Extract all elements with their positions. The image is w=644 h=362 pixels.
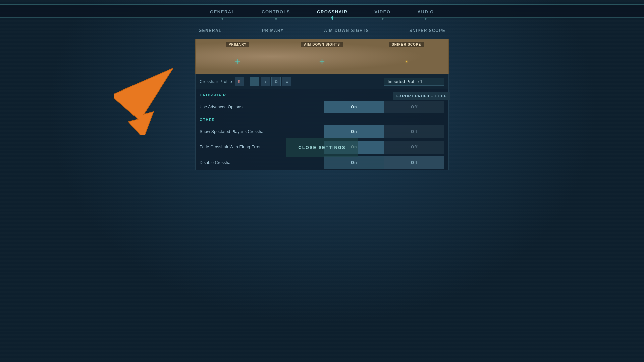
- profile-list-button[interactable]: ≡: [282, 77, 291, 86]
- crosshair-plus-aim-down-sights: [320, 59, 324, 64]
- preview-section-sniper-scope: SNIPER SCOPE: [364, 39, 448, 74]
- nav-tab-dot-audio: [425, 18, 427, 20]
- use-advanced-options-row: Use Advanced Options On Off: [196, 99, 448, 114]
- close-settings-button[interactable]: CLOSE SETTINGS: [286, 138, 358, 157]
- profile-row: Crosshair Profile 🗑 ↑ ↓ ⧉ ≡ EXPORT PROFI…: [196, 74, 448, 89]
- nav-tab-dot-general: [222, 18, 223, 20]
- delete-profile-button[interactable]: 🗑: [235, 77, 244, 86]
- copy-profile-button[interactable]: ⧉: [271, 77, 281, 86]
- export-profile-button[interactable]: ↑: [250, 77, 259, 86]
- preview-label-primary: PRIMARY: [226, 42, 249, 47]
- nav-tab-video[interactable]: VIDEO: [375, 9, 391, 18]
- use-advanced-options-label: Use Advanced Options: [200, 105, 324, 109]
- export-tooltip: EXPORT PROFILE CODE: [393, 92, 450, 100]
- use-advanced-options-toggle: On Off: [324, 101, 444, 113]
- preview-section-aim-down-sights: AIM DOWN SIGHTS: [280, 39, 365, 74]
- profile-label: Crosshair Profile: [200, 79, 232, 84]
- secondary-nav-bar: GENERALPRIMARYAIM DOWN SIGHTSSNIPER SCOP…: [0, 22, 644, 39]
- nav-tab-dot-video: [382, 18, 383, 20]
- secondary-tab-primary[interactable]: PRIMARY: [262, 27, 284, 34]
- nav-tab-general[interactable]: GENERAL: [210, 9, 235, 18]
- preview-section-primary: PRIMARY: [196, 39, 280, 74]
- secondary-tab-sniper-scope[interactable]: SNIPER SCOPE: [409, 27, 445, 34]
- use-advanced-options-off[interactable]: Off: [384, 101, 444, 113]
- nav-tab-audio[interactable]: AUDIO: [418, 9, 434, 18]
- nav-tab-crosshair[interactable]: CROSSHAIR: [317, 9, 348, 18]
- other-section-header: OTHER: [196, 114, 448, 124]
- nav-tab-dot-crosshair: [331, 18, 333, 20]
- disable-crosshair-off[interactable]: Off: [384, 156, 444, 169]
- preview-label-sniper-scope: SNIPER SCOPE: [389, 42, 424, 47]
- import-profile-button[interactable]: ↓: [261, 77, 270, 86]
- crosshair-container-sniper-scope: [364, 50, 448, 74]
- disable-crosshair-toggle: On Off: [324, 156, 444, 169]
- fade-crosshair-off[interactable]: Off: [384, 141, 444, 154]
- disable-crosshair-on[interactable]: On: [324, 156, 384, 169]
- nav-tab-dot-controls: [275, 18, 277, 20]
- divider: [247, 78, 247, 86]
- profile-select-wrapper: Imported Profile 1 Default Profile Profi…: [294, 78, 444, 86]
- top-navigation: [0, 0, 644, 5]
- secondary-tab-aim-down-sights[interactable]: AIM DOWN SIGHTS: [324, 27, 369, 34]
- show-spectated-label: Show Spectated Player's Crosshair: [200, 129, 324, 134]
- secondary-tab-general[interactable]: GENERAL: [199, 27, 222, 34]
- profile-buttons: 🗑 ↑ ↓ ⧉ ≡: [235, 77, 291, 86]
- top-nav-bar: GENERALCONTROLSCROSSHAIRVIDEOAUDIO: [0, 5, 644, 18]
- main-content: GENERALCONTROLSCROSSHAIRVIDEOAUDIO GENER…: [0, 5, 644, 170]
- show-spectated-on[interactable]: On: [324, 125, 384, 138]
- crosshair-container-primary: [196, 50, 280, 74]
- show-spectated-off[interactable]: Off: [384, 125, 444, 138]
- nav-tab-controls[interactable]: CONTROLS: [262, 9, 290, 18]
- crosshair-plus-primary: [235, 59, 240, 64]
- disable-crosshair-label: Disable Crosshair: [200, 160, 324, 165]
- crosshair-preview-area: PRIMARYAIM DOWN SIGHTSSNIPER SCOPE: [195, 39, 449, 74]
- crosshair-container-aim-down-sights: [280, 50, 364, 74]
- crosshair-dot-sniper-scope: [406, 61, 407, 62]
- preview-label-aim-down-sights: AIM DOWN SIGHTS: [301, 42, 343, 47]
- show-spectated-toggle: On Off: [324, 125, 444, 138]
- use-advanced-options-on[interactable]: On: [324, 101, 384, 113]
- profile-select[interactable]: Imported Profile 1 Default Profile Profi…: [384, 78, 444, 86]
- show-spectated-row: Show Spectated Player's Crosshair On Off: [196, 124, 448, 139]
